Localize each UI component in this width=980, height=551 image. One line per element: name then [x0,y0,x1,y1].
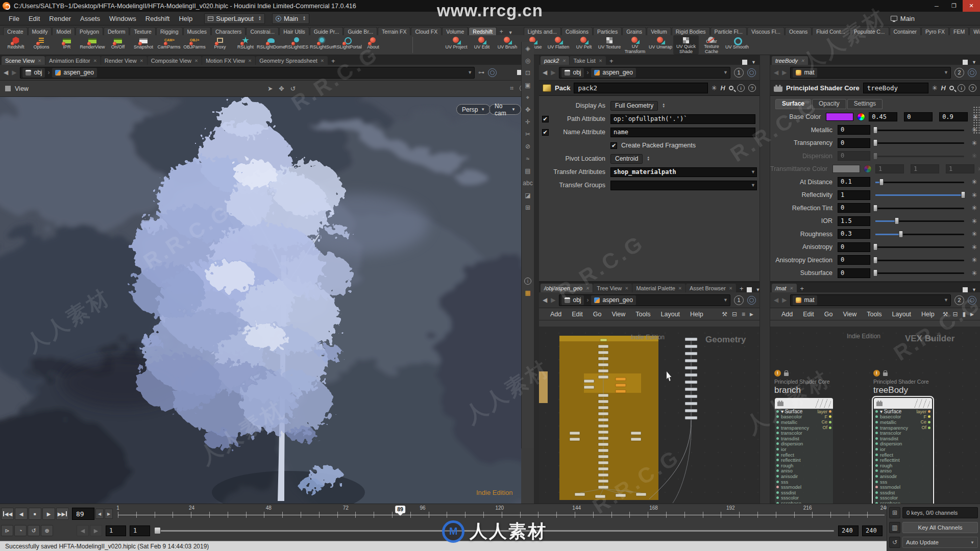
color-value-b[interactable]: 1 [946,164,974,173]
color-value-g[interactable]: 0 [904,112,933,121]
network-menu-item[interactable]: View [838,310,862,319]
network-menu-item[interactable]: Help [916,310,940,319]
chevron-down-icon[interactable]: ▼ [751,169,755,174]
color-value-r[interactable]: 1 [875,164,904,173]
input-port-icon[interactable] [875,437,878,440]
input-port-icon[interactable] [875,486,878,488]
param-value-field[interactable]: 0 [838,125,870,135]
output-port-icon[interactable] [928,410,930,413]
node-port-row[interactable]: ior [775,446,833,452]
shelf-add-tab-button[interactable]: + [497,28,506,35]
close-icon[interactable]: ✕ [248,58,252,63]
search-icon[interactable] [949,86,954,90]
spinner-icon[interactable]: ▲▼ [662,103,665,108]
shelf-tab[interactable]: Guide Pr... [310,27,344,35]
shelf-tool[interactable]: RSLightIES [284,35,309,55]
param-slider[interactable] [875,178,964,186]
viewport-strip-icon[interactable]: ⊡ [525,69,530,77]
input-port-icon[interactable] [776,491,779,494]
shelf-tool[interactable]: UV Project [444,35,469,55]
desktop-layout-select[interactable]: SuperLayout ▲▼ [204,13,265,24]
info-icon[interactable]: i [958,84,965,92]
mat-network-canvas[interactable]: Indie Edition VEX Builder ! Principled S… [770,327,980,504]
input-port-icon[interactable] [776,437,779,440]
path-attribute-field[interactable]: op:`opfullpath('.')` [610,114,755,124]
shelf-tool[interactable]: UV Quick Shade [673,35,699,55]
pane-splitter[interactable] [534,55,539,504]
pane-menu-icon[interactable]: ▼ [751,60,756,65]
shelf-tab[interactable]: Pyro FX [921,27,949,35]
chevron-down-icon[interactable]: ▼ [723,70,728,75]
input-port-icon[interactable] [776,442,779,445]
slider-handle[interactable] [873,139,878,146]
viewport-strip-icon[interactable]: ◈ [525,45,530,53]
shelf-tab[interactable]: Texture [130,27,155,35]
node-port-row[interactable]: transparencyOf [874,425,932,431]
viewport-strip-icon[interactable]: ≈ [526,155,530,163]
shelf-tab[interactable]: Guide Br... [344,27,377,35]
go-to-start-button[interactable]: ◀◀ [1,508,14,520]
gear-icon[interactable]: ✳ [977,165,980,173]
maximize-button[interactable]: ❐ [945,0,963,12]
close-button[interactable]: ✕ [963,0,980,12]
menu-item[interactable]: Redshift [141,13,175,24]
input-port-icon[interactable] [875,496,878,499]
pane-tab[interactable]: Tree View✕ [593,284,632,292]
node-port-row[interactable]: reflect [874,452,932,458]
close-icon[interactable]: ✕ [789,286,793,291]
shelf-tab[interactable]: Polygon [76,27,103,35]
menu-item[interactable]: Edit [24,13,44,24]
network-menu-item[interactable]: Tools [630,310,655,319]
chevron-down-icon[interactable]: ▼ [944,297,948,303]
step-back-button[interactable]: ◀ [95,509,104,519]
close-icon[interactable]: ✕ [194,58,198,63]
shelf-tool[interactable]: Snapshot [131,35,156,55]
loop-icon[interactable]: ↺ [28,525,40,536]
forward-icon[interactable]: ▶ [551,296,555,304]
gear-icon[interactable]: ✳ [712,84,717,92]
search-icon[interactable] [729,86,733,90]
network-menu-item[interactable]: Edit [567,310,588,319]
output-port-icon[interactable] [928,421,930,423]
pane-tab[interactable]: Composite View✕ [148,56,202,65]
color-value-g[interactable]: 1 [911,164,939,173]
pivot-select[interactable]: Centroid [610,154,643,164]
pane-tab[interactable]: /mat✕ [772,284,797,292]
folder-tab[interactable]: Surface [775,99,811,109]
range-start-sub-field[interactable]: 1 [130,525,150,536]
viewport-strip-icon[interactable]: ⌖ [526,94,530,102]
param-value-field[interactable]: 0 [838,138,870,148]
input-port-icon[interactable] [875,454,878,456]
pin-icon[interactable]: ⊶ [478,69,484,76]
node-port-row[interactable]: ior [874,446,932,452]
slider-handle[interactable] [873,257,878,264]
shelf-tab[interactable]: Viscous Fl... [747,27,785,35]
menu-item[interactable]: Assets [76,13,105,24]
range-start-field[interactable]: 1 [106,525,126,536]
stop-button[interactable]: ■ [29,508,41,520]
output-port-icon[interactable] [829,410,831,413]
shelf-tool[interactable]: UV Transform [622,35,648,55]
network-menu-item[interactable]: Help [685,310,708,319]
menu-item[interactable]: Help [174,13,197,24]
shelf-tab[interactable]: Muscles [183,27,211,35]
range-end-sub-field[interactable]: 240 [862,525,883,536]
network-menu-item[interactable]: View [606,310,630,319]
breadcrumb-geo[interactable]: aspen_geo [591,68,635,78]
pane-splitter[interactable] [760,55,770,504]
pane-tab[interactable]: /obj/aspen_geo✕ [541,284,593,292]
shelf-tab[interactable]: Constrai... [246,27,279,35]
viewport-strip-icon[interactable]: ⊞ [525,204,530,212]
param-slider[interactable] [875,217,964,225]
gear-icon[interactable]: ✳ [969,256,980,264]
param-value-field[interactable]: 0.3 [838,229,870,239]
view-tool-icon[interactable] [5,86,11,91]
param-value-field[interactable]: 0 [838,255,870,265]
display-as-select[interactable]: Full Geometry [610,101,658,111]
list-icon[interactable]: ≡ [742,311,745,318]
input-port-icon[interactable] [776,469,779,472]
help-icon[interactable]: ? [748,84,756,92]
pane-maximize-icon[interactable] [963,60,968,65]
shelf-tool[interactable]: Proxy [207,35,233,55]
breadcrumb-obj[interactable]: obj [561,295,584,305]
